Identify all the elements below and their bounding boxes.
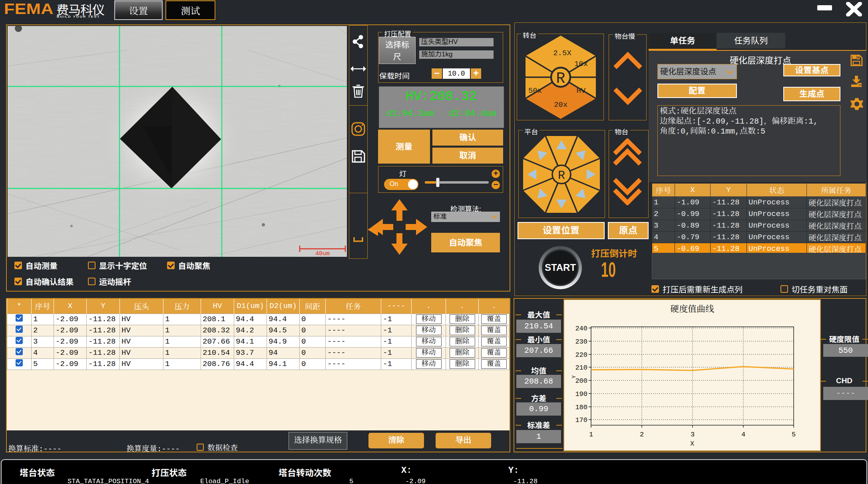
svg-text:4: 4 xyxy=(741,431,745,438)
svg-text:220: 220 xyxy=(575,351,587,359)
svg-text:5: 5 xyxy=(792,431,796,438)
svg-text:Y: Y xyxy=(571,375,577,378)
svg-text:240: 240 xyxy=(575,325,587,332)
svg-text:2: 2 xyxy=(640,431,644,438)
svg-text:190: 190 xyxy=(575,390,587,398)
svg-text:180: 180 xyxy=(575,404,587,411)
svg-text:硬度值曲线: 硬度值曲线 xyxy=(670,304,714,315)
svg-text:230: 230 xyxy=(575,338,587,346)
svg-text:170: 170 xyxy=(575,416,587,424)
svg-text:210: 210 xyxy=(575,364,587,372)
svg-text:3: 3 xyxy=(691,431,695,438)
svg-text:40um: 40um xyxy=(315,250,330,257)
svg-text:1: 1 xyxy=(589,431,593,438)
svg-text:X: X xyxy=(690,440,694,448)
